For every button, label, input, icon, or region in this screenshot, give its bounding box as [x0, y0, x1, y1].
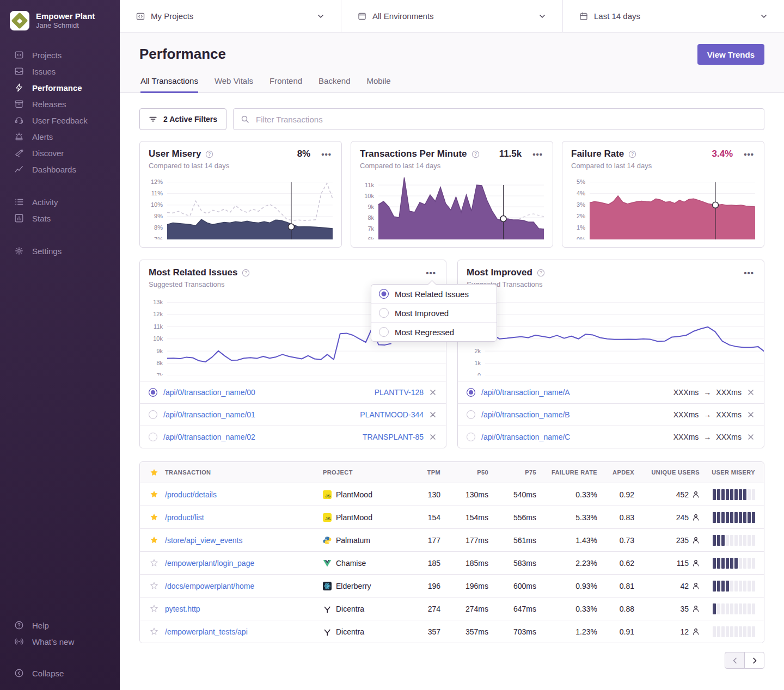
unique-users-value: 42 [680, 582, 689, 590]
star-toggle-button[interactable] [150, 605, 158, 613]
apdex-value: 0.81 [597, 582, 634, 590]
issue-tag-link[interactable]: PLANTTV-128 [375, 388, 424, 397]
sidebar-item-performance[interactable]: Performance [0, 79, 120, 96]
sidebar-item-dashboards[interactable]: Dashboards [0, 161, 120, 177]
star-toggle-button[interactable] [150, 536, 158, 544]
previous-page-button[interactable] [725, 652, 745, 669]
tab-backend[interactable]: Backend [318, 76, 350, 93]
project-link[interactable]: Chamise [336, 559, 366, 568]
help-icon[interactable]: ? [205, 150, 213, 158]
card-menu-button[interactable]: ••• [425, 268, 437, 278]
transaction-link[interactable]: /empowerplant/login_page [165, 559, 254, 568]
failure-rate-chart[interactable]: 5%4%3%2%1%0% [571, 175, 755, 239]
project-link[interactable]: Elderberry [336, 582, 371, 590]
radio-unselected[interactable] [149, 433, 157, 441]
star-toggle-button[interactable] [150, 490, 158, 498]
tab-mobile[interactable]: Mobile [366, 76, 390, 93]
transaction-link[interactable]: /api/0/transaction_name/A [481, 388, 570, 397]
radio-unselected[interactable] [379, 327, 389, 337]
sidebar-item-help[interactable]: Help [0, 617, 120, 633]
help-icon[interactable]: ? [242, 269, 250, 277]
help-icon[interactable]: ? [471, 150, 480, 158]
radio-unselected[interactable] [149, 410, 157, 419]
remove-row-button[interactable] [428, 410, 437, 419]
issue-tag-link[interactable]: PLANTMOOD-344 [360, 410, 424, 419]
search-input[interactable] [255, 114, 757, 125]
remove-row-button[interactable] [746, 388, 755, 397]
transaction-link[interactable]: /store/api_view_events [165, 536, 242, 545]
radio-unselected[interactable] [467, 433, 475, 441]
transaction-link[interactable]: /docs/empowerplant/home [165, 582, 254, 590]
remove-row-button[interactable] [746, 410, 755, 419]
view-trends-button[interactable]: View Trends [697, 44, 764, 65]
sidebar-item-what-s-new[interactable]: What’s new [0, 633, 120, 650]
next-page-button[interactable] [744, 652, 764, 669]
sidebar-item-user-feedback[interactable]: User Feedback [0, 112, 120, 128]
star-filled-icon [150, 513, 158, 521]
remove-row-button[interactable] [746, 433, 755, 441]
menu-item-most-related-issues[interactable]: Most Related Issues [371, 285, 497, 303]
most-improved-chart[interactable]: 2k1k0 [458, 295, 764, 375]
star-toggle-button[interactable] [150, 513, 158, 521]
transaction-link[interactable]: /api/0/transaction_name/B [481, 410, 570, 419]
date-range-selector[interactable]: Last 14 days [563, 0, 784, 32]
tpm-chart[interactable]: 11k10k9k8k7k6k [360, 175, 544, 239]
remove-row-button[interactable] [428, 433, 437, 441]
project-link[interactable]: PlantMood [336, 490, 372, 499]
star-toggle-button[interactable] [150, 627, 158, 636]
page-header: Performance View Trends All Transactions… [120, 33, 784, 93]
star-toggle-button[interactable] [150, 582, 158, 590]
transaction-link[interactable]: pytest.http [165, 605, 200, 613]
radio-selected[interactable] [467, 388, 475, 397]
environment-selector-label: All Environments [372, 11, 434, 21]
sidebar-item-releases[interactable]: Releases [0, 96, 120, 112]
sidebar-item-alerts[interactable]: Alerts [0, 128, 120, 145]
card-menu-button[interactable]: ••• [743, 150, 755, 159]
transaction-link[interactable]: /product/details [165, 490, 217, 499]
user-misery-chart[interactable]: 12%11%10%9%8%7% [149, 175, 333, 239]
sidebar-item-projects[interactable]: Projects [0, 47, 120, 63]
tab-web-vitals[interactable]: Web Vitals [215, 76, 253, 93]
transaction-link[interactable]: /api/0/transaction_name/02 [163, 433, 255, 441]
project-link[interactable]: PlantMood [336, 513, 372, 522]
radio-unselected[interactable] [379, 308, 389, 318]
sidebar-item-stats[interactable]: Stats [0, 210, 120, 226]
failure-rate-value: 0.33% [536, 605, 597, 613]
sidebar-item-discover[interactable]: Discover [0, 145, 120, 161]
environment-selector[interactable]: All Environments [341, 0, 563, 32]
transaction-link[interactable]: /api/0/transaction_name/C [481, 433, 570, 441]
issue-tag-link[interactable]: TRANSPLANT-85 [363, 433, 424, 441]
sidebar-item-settings[interactable]: Settings [0, 243, 120, 259]
radio-selected[interactable] [149, 388, 157, 397]
menu-item-most-improved[interactable]: Most Improved [371, 303, 497, 322]
sidebar-item-activity[interactable]: Activity [0, 194, 120, 210]
help-icon[interactable]: ? [537, 269, 545, 277]
project-selector[interactable]: My Projects [120, 0, 341, 32]
radio-unselected[interactable] [467, 410, 475, 419]
menu-item-label: Most Related Issues [395, 289, 469, 299]
active-filters-button[interactable]: 2 Active Filters [139, 108, 226, 130]
help-icon[interactable]: ? [628, 150, 636, 158]
menu-item-most-regressed[interactable]: Most Regressed [371, 322, 497, 341]
radio-selected[interactable] [379, 289, 389, 299]
tab-all-transactions[interactable]: All Transactions [140, 76, 198, 93]
transaction-link[interactable]: /product/list [165, 513, 204, 522]
project-link[interactable]: Palmatum [336, 536, 370, 545]
transaction-link[interactable]: /api/0/transaction_name/00 [163, 388, 255, 397]
transaction-link[interactable]: /api/0/transaction_name/01 [163, 410, 255, 419]
card-menu-button[interactable]: ••• [531, 150, 544, 159]
star-toggle-button[interactable] [150, 559, 158, 567]
card-menu-button[interactable]: ••• [743, 268, 755, 278]
org-switcher[interactable]: Empower Plant Jane Schmidt [0, 0, 120, 38]
transaction-link[interactable]: /empowerplant_tests/api [165, 627, 248, 636]
star-column-header[interactable] [140, 469, 165, 477]
card-menu-button[interactable]: ••• [320, 150, 333, 159]
sidebar-collapse-button[interactable]: Collapse [0, 665, 120, 681]
project-link[interactable]: Dicentra [336, 605, 364, 613]
alerts-icon [14, 132, 24, 141]
project-link[interactable]: Dicentra [336, 627, 364, 636]
column-header: FAILURE RATE [536, 469, 597, 476]
sidebar-item-issues[interactable]: Issues [0, 63, 120, 79]
remove-row-button[interactable] [428, 388, 437, 397]
tab-frontend[interactable]: Frontend [270, 76, 302, 93]
